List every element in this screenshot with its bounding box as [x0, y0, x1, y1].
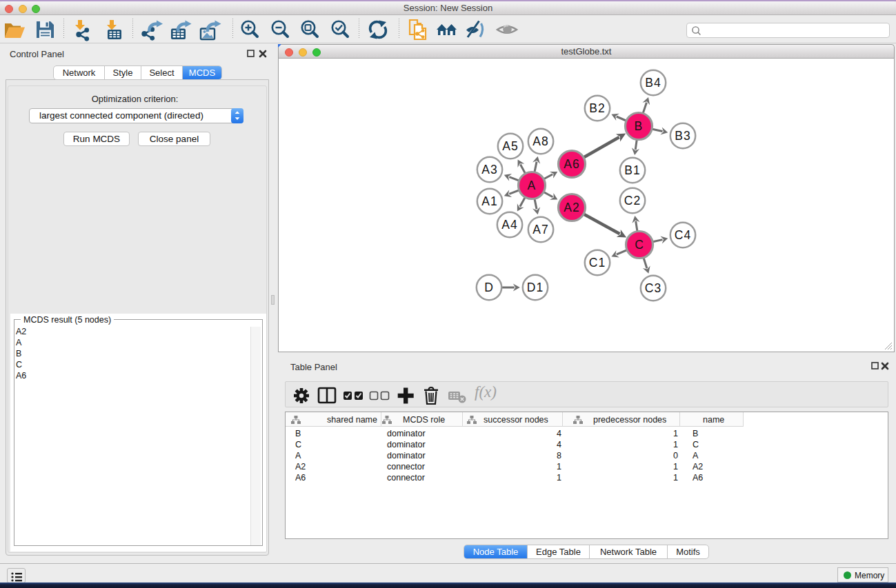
svg-text:B3: B3	[675, 129, 691, 143]
svg-text:A2: A2	[564, 201, 580, 214]
svg-text:A7: A7	[532, 223, 549, 236]
svg-text:C1: C1	[589, 256, 606, 270]
svg-text:A4: A4	[501, 218, 518, 232]
svg-text:B2: B2	[589, 101, 606, 115]
svg-text:A: A	[528, 179, 537, 192]
svg-text:B1: B1	[624, 163, 641, 177]
svg-text:B: B	[635, 119, 644, 133]
svg-text:A3: A3	[481, 163, 498, 176]
svg-text:D: D	[484, 281, 494, 294]
svg-text:C2: C2	[624, 194, 641, 207]
svg-text:A1: A1	[481, 194, 498, 208]
svg-text:C3: C3	[645, 281, 662, 295]
svg-text:A8: A8	[532, 134, 549, 148]
svg-text:A6: A6	[564, 157, 580, 171]
svg-text:C: C	[635, 238, 644, 252]
svg-text:C4: C4	[675, 228, 692, 242]
svg-text:A5: A5	[502, 139, 519, 153]
svg-text:B4: B4	[645, 76, 661, 90]
svg-text:D1: D1	[527, 281, 544, 294]
